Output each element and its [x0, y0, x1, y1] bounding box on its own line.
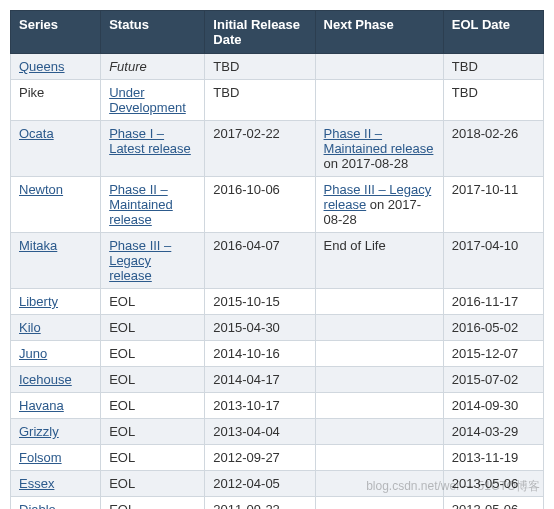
- status-link[interactable]: Phase III – Legacy release: [109, 238, 171, 283]
- cell-series: Essex: [11, 471, 101, 497]
- cell-next-phase: [315, 289, 443, 315]
- cell-status: EOL: [101, 445, 205, 471]
- cell-initial-release: 2011-09-22: [205, 497, 315, 510]
- series-link[interactable]: Icehouse: [19, 372, 72, 387]
- series-link[interactable]: Folsom: [19, 450, 62, 465]
- cell-series: Havana: [11, 393, 101, 419]
- cell-eol-date: 2015-07-02: [443, 367, 543, 393]
- cell-eol-date: TBD: [443, 54, 543, 80]
- status-link[interactable]: Phase I – Latest release: [109, 126, 191, 156]
- table-row: FolsomEOL2012-09-272013-11-19: [11, 445, 544, 471]
- series-link[interactable]: Essex: [19, 476, 54, 491]
- cell-initial-release: 2014-10-16: [205, 341, 315, 367]
- next-phase-text: End of Life: [324, 238, 386, 253]
- cell-status: EOL: [101, 393, 205, 419]
- status-text: EOL: [109, 372, 135, 387]
- series-link[interactable]: Juno: [19, 346, 47, 361]
- status-text: EOL: [109, 450, 135, 465]
- cell-next-phase: [315, 80, 443, 121]
- series-link[interactable]: Havana: [19, 398, 64, 413]
- release-table: Series Status Initial Release Date Next …: [10, 10, 544, 509]
- series-link[interactable]: Newton: [19, 182, 63, 197]
- status-text: EOL: [109, 398, 135, 413]
- cell-initial-release: TBD: [205, 54, 315, 80]
- cell-next-phase: [315, 54, 443, 80]
- header-initial-release: Initial Release Date: [205, 11, 315, 54]
- cell-eol-date: 2015-12-07: [443, 341, 543, 367]
- status-link[interactable]: Phase II – Maintained release: [109, 182, 173, 227]
- cell-status: Phase III – Legacy release: [101, 233, 205, 289]
- series-link[interactable]: Grizzly: [19, 424, 59, 439]
- cell-initial-release: 2012-09-27: [205, 445, 315, 471]
- series-link[interactable]: Mitaka: [19, 238, 57, 253]
- cell-series: Kilo: [11, 315, 101, 341]
- header-status: Status: [101, 11, 205, 54]
- cell-next-phase: [315, 393, 443, 419]
- cell-next-phase: Phase III – Legacy release on 2017-08-28: [315, 177, 443, 233]
- cell-initial-release: 2015-04-30: [205, 315, 315, 341]
- cell-initial-release: 2015-10-15: [205, 289, 315, 315]
- cell-eol-date: 2014-09-30: [443, 393, 543, 419]
- table-row: KiloEOL2015-04-302016-05-02: [11, 315, 544, 341]
- table-row: LibertyEOL2015-10-152016-11-17: [11, 289, 544, 315]
- cell-status: EOL: [101, 471, 205, 497]
- header-row: Series Status Initial Release Date Next …: [11, 11, 544, 54]
- cell-status: Under Development: [101, 80, 205, 121]
- cell-initial-release: 2016-10-06: [205, 177, 315, 233]
- table-row: HavanaEOL2013-10-172014-09-30: [11, 393, 544, 419]
- series-link[interactable]: Diablo: [19, 502, 56, 509]
- header-eol-date: EOL Date: [443, 11, 543, 54]
- series-link[interactable]: Liberty: [19, 294, 58, 309]
- status-link[interactable]: Under Development: [109, 85, 186, 115]
- next-phase-link[interactable]: Phase II – Maintained release: [324, 126, 434, 156]
- cell-next-phase: End of Life: [315, 233, 443, 289]
- cell-eol-date: 2017-10-11: [443, 177, 543, 233]
- series-text: Pike: [19, 85, 44, 100]
- cell-eol-date: 2013-05-06: [443, 471, 543, 497]
- cell-status: EOL: [101, 419, 205, 445]
- table-row: GrizzlyEOL2013-04-042014-03-29: [11, 419, 544, 445]
- cell-initial-release: 2014-04-17: [205, 367, 315, 393]
- cell-next-phase: [315, 419, 443, 445]
- cell-next-phase: Phase II – Maintained release on 2017-08…: [315, 121, 443, 177]
- cell-eol-date: 2018-02-26: [443, 121, 543, 177]
- cell-next-phase: [315, 315, 443, 341]
- cell-initial-release: 2017-02-22: [205, 121, 315, 177]
- table-row: DiabloEOL2011-09-222013-05-06: [11, 497, 544, 510]
- cell-status: EOL: [101, 315, 205, 341]
- cell-eol-date: 2016-05-02: [443, 315, 543, 341]
- cell-series: Ocata: [11, 121, 101, 177]
- table-row: JunoEOL2014-10-162015-12-07: [11, 341, 544, 367]
- table-row: NewtonPhase II – Maintained release2016-…: [11, 177, 544, 233]
- cell-eol-date: TBD: [443, 80, 543, 121]
- cell-status: EOL: [101, 497, 205, 510]
- cell-series: Juno: [11, 341, 101, 367]
- cell-series: Mitaka: [11, 233, 101, 289]
- cell-status: Phase I – Latest release: [101, 121, 205, 177]
- header-series: Series: [11, 11, 101, 54]
- cell-status: Future: [101, 54, 205, 80]
- status-text: EOL: [109, 320, 135, 335]
- cell-next-phase: [315, 341, 443, 367]
- cell-initial-release: TBD: [205, 80, 315, 121]
- cell-next-phase: [315, 471, 443, 497]
- cell-series: Grizzly: [11, 419, 101, 445]
- cell-initial-release: 2016-04-07: [205, 233, 315, 289]
- status-text: EOL: [109, 476, 135, 491]
- cell-eol-date: 2016-11-17: [443, 289, 543, 315]
- status-text: Future: [109, 59, 147, 74]
- next-phase-suffix: on 2017-08-28: [324, 156, 409, 171]
- table-row: IcehouseEOL2014-04-172015-07-02: [11, 367, 544, 393]
- cell-series: Icehouse: [11, 367, 101, 393]
- series-link[interactable]: Kilo: [19, 320, 41, 335]
- cell-status: Phase II – Maintained release: [101, 177, 205, 233]
- status-text: EOL: [109, 294, 135, 309]
- cell-next-phase: [315, 367, 443, 393]
- table-row: QueensFutureTBDTBD: [11, 54, 544, 80]
- table-row: MitakaPhase III – Legacy release2016-04-…: [11, 233, 544, 289]
- series-link[interactable]: Ocata: [19, 126, 54, 141]
- cell-eol-date: 2013-05-06: [443, 497, 543, 510]
- cell-series: Folsom: [11, 445, 101, 471]
- cell-series: Queens: [11, 54, 101, 80]
- series-link[interactable]: Queens: [19, 59, 65, 74]
